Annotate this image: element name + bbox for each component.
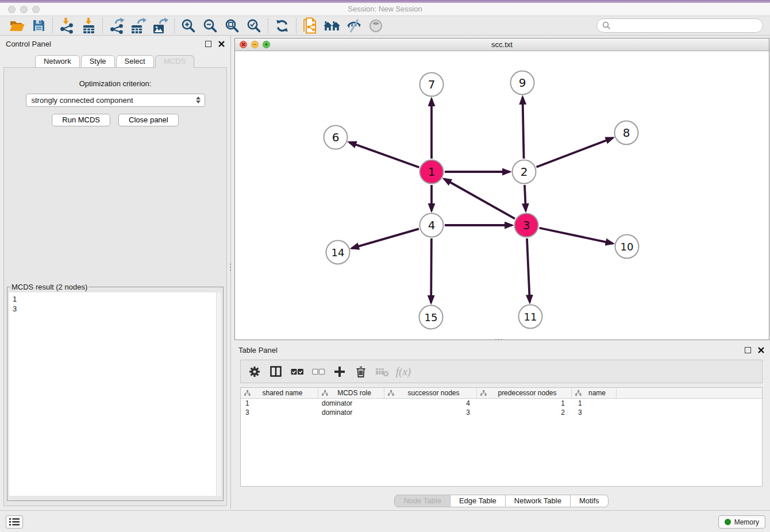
tab-style[interactable]: Style	[81, 55, 115, 68]
mcds-result-list[interactable]: 13	[9, 292, 221, 496]
node-table-body: 1dominator4113dominator323	[241, 399, 762, 417]
memory-status-icon	[725, 519, 731, 525]
graph-edge-1-6[interactable]	[349, 142, 419, 167]
graph-edge-2-9[interactable]	[522, 97, 523, 159]
search-input[interactable]	[596, 18, 763, 33]
graph-node-label-4: 4	[428, 218, 436, 232]
column-header-MCDS-role[interactable]: MCDS role	[318, 388, 384, 398]
function-builder-icon: f(x)	[395, 365, 411, 378]
zoom-out-icon[interactable]	[199, 17, 221, 34]
close-table-panel-icon[interactable]	[758, 347, 764, 353]
graph-edge-4-14[interactable]	[352, 229, 419, 248]
open-network-file-icon[interactable]	[299, 17, 321, 34]
graph-edge-3-1[interactable]	[444, 179, 515, 218]
network-graph[interactable]: 7968124314101511	[235, 51, 769, 340]
close-window-button[interactable]	[8, 6, 16, 13]
memory-button[interactable]: Memory	[718, 515, 765, 529]
delete-table-icon	[374, 366, 390, 377]
graph-node-label-1: 1	[428, 165, 436, 179]
vertical-splitter-handle[interactable]	[230, 264, 232, 271]
cell-MCDS-role[interactable]: dominator	[318, 408, 384, 417]
cell-successor-nodes[interactable]: 3	[384, 408, 477, 417]
mcds-result-title: MCDS result (2 nodes)	[10, 283, 88, 291]
minimize-window-button[interactable]	[20, 6, 28, 13]
hide-graphics-details-icon[interactable]	[343, 17, 365, 34]
cell-shared-name[interactable]: 1	[241, 399, 318, 408]
minimize-view-button[interactable]: −	[251, 41, 259, 48]
table-row[interactable]: 1dominator411	[241, 399, 762, 408]
optimization-criterion-select[interactable]: strongly connected component	[26, 94, 205, 107]
cell-successor-nodes[interactable]: 4	[384, 399, 477, 408]
graph-edge-4-15[interactable]	[431, 238, 432, 303]
tab-network-table[interactable]: Network Table	[506, 495, 571, 507]
task-history-button[interactable]	[6, 515, 23, 529]
column-type-icon	[322, 390, 328, 396]
tab-select[interactable]: Select	[116, 55, 154, 68]
cell-name[interactable]: 1	[572, 399, 617, 408]
node-table[interactable]: shared nameMCDS rolesuccessor nodesprede…	[240, 387, 763, 487]
cell-MCDS-role[interactable]: dominator	[318, 399, 384, 408]
open-folder-icon[interactable]	[6, 17, 28, 34]
column-header-name[interactable]: name	[572, 388, 617, 398]
unselect-all-icon[interactable]	[310, 368, 326, 376]
cell-shared-name[interactable]: 3	[241, 408, 318, 417]
select-stepper-icon	[196, 97, 201, 103]
result-scrollbar[interactable]	[216, 292, 221, 496]
criterion-selected-value: strongly connected component	[32, 96, 133, 105]
zoom-window-button[interactable]	[32, 6, 40, 13]
column-header-shared-name[interactable]: shared name	[241, 388, 318, 398]
export-table-icon[interactable]	[128, 17, 149, 34]
export-image-icon[interactable]	[149, 17, 171, 34]
tab-mcds[interactable]: MCDS	[155, 55, 194, 68]
tab-node-table[interactable]: Node Table	[394, 495, 451, 507]
table-settings-icon[interactable]	[247, 365, 263, 378]
tab-edge-table[interactable]: Edge Table	[451, 495, 506, 507]
network-canvas[interactable]: 7968124314101511	[235, 51, 769, 340]
control-panel: Control Panel NetworkStyleSelectMCDS Opt…	[0, 36, 231, 509]
float-panel-icon[interactable]	[205, 41, 211, 47]
home-icon[interactable]	[321, 17, 343, 34]
horizontal-splitter-handle[interactable]	[495, 339, 502, 340]
run-mcds-button[interactable]: Run MCDS	[52, 114, 110, 126]
network-window-titlebar[interactable]: ✕−+ scc.txt	[235, 38, 769, 51]
graph-node-label-6: 6	[332, 130, 340, 144]
close-panel-icon[interactable]	[218, 41, 225, 47]
zoom-in-icon[interactable]	[178, 17, 199, 34]
column-type-icon	[244, 390, 251, 396]
mcds-panel: Optimization criterion: strongly connect…	[3, 67, 227, 506]
refresh-icon[interactable]	[271, 17, 293, 34]
cell-predecessor-nodes[interactable]: 1	[477, 399, 572, 408]
graph-edge-3-11[interactable]	[527, 238, 530, 302]
toolbar-divider	[52, 18, 53, 33]
graph-edge-2-3[interactable]	[525, 185, 526, 211]
graph-node-label-8: 8	[623, 126, 630, 140]
column-header-successor-nodes[interactable]: successor nodes	[384, 388, 477, 398]
close-view-button[interactable]: ✕	[240, 41, 247, 48]
table-row[interactable]: 3dominator323	[241, 408, 762, 417]
tab-network[interactable]: Network	[35, 55, 80, 68]
delete-row-icon[interactable]	[353, 365, 369, 378]
graph-edge-3-10[interactable]	[540, 228, 613, 244]
zoom-fit-icon[interactable]	[221, 17, 243, 34]
zoom-selected-icon[interactable]	[243, 17, 265, 34]
status-bar: Memory	[0, 510, 770, 532]
select-all-icon[interactable]	[289, 368, 305, 376]
window-traffic-lights[interactable]	[8, 6, 40, 13]
cell-predecessor-nodes[interactable]: 2	[477, 408, 572, 417]
save-icon[interactable]	[28, 17, 49, 34]
export-network-icon[interactable]	[106, 17, 128, 34]
tab-motifs[interactable]: Motifs	[571, 495, 609, 507]
show-columns-icon[interactable]	[268, 365, 284, 378]
column-type-icon	[388, 390, 394, 396]
import-table-icon[interactable]	[78, 17, 99, 34]
birds-eye-view-icon[interactable]	[365, 17, 387, 34]
zoom-view-button[interactable]: +	[263, 41, 270, 48]
import-network-icon[interactable]	[56, 17, 78, 34]
column-header-predecessor-nodes[interactable]: predecessor nodes	[477, 388, 572, 398]
close-panel-button[interactable]: Close panel	[118, 114, 179, 126]
cell-name[interactable]: 3	[572, 408, 617, 417]
toolbar-divider	[102, 18, 103, 33]
graph-edge-2-8[interactable]	[536, 138, 613, 167]
float-table-panel-icon[interactable]	[745, 347, 751, 353]
add-row-icon[interactable]	[332, 365, 348, 378]
